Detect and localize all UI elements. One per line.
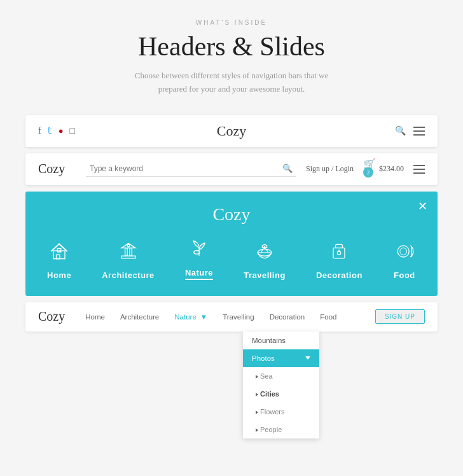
instagram-icon[interactable]: □ — [70, 126, 75, 136]
dropdown-item-flowers[interactable]: Flowers — [243, 403, 319, 421]
social-links: f 𝕥 ● □ — [38, 125, 167, 136]
nature-label: Nature — [185, 268, 213, 280]
nav1-brand: Cozy — [167, 123, 296, 139]
home-label: Home — [47, 270, 71, 280]
nav4-link-home[interactable]: Home — [78, 313, 113, 321]
chevron-down-icon-white — [305, 356, 310, 360]
nav3-item-decoration[interactable]: Decoration — [316, 240, 363, 280]
navbar-3: ✕ Cozy Home — [25, 192, 438, 296]
page-title: Headers & Slides — [13, 31, 450, 62]
chevron-right-cities — [256, 393, 258, 396]
chevron-right-people — [256, 428, 258, 432]
navbar-1: f 𝕥 ● □ Cozy 🔍 — [25, 115, 438, 147]
svg-rect-3 — [121, 256, 135, 258]
svg-rect-1 — [57, 255, 60, 258]
nav3-item-travelling[interactable]: Travelling — [244, 240, 286, 280]
architecture-icon — [117, 240, 140, 265]
nature-icon — [188, 237, 211, 263]
close-icon[interactable]: ✕ — [418, 199, 427, 213]
search-icon[interactable]: 🔍 — [395, 125, 406, 136]
cart-badge: 2 — [363, 167, 373, 178]
chevron-right-sea — [256, 375, 258, 379]
nav2-brand: Cozy — [38, 162, 76, 176]
hamburger-icon-2[interactable] — [413, 165, 425, 174]
decoration-label: Decoration — [316, 270, 363, 280]
travelling-label: Travelling — [244, 270, 286, 280]
nav4-link-decoration[interactable]: Decoration — [262, 313, 313, 321]
dropdown-item-people[interactable]: People — [243, 421, 319, 438]
nav4-dropdown-nature[interactable]: Nature ▼ — [167, 313, 215, 321]
nav3-item-food[interactable]: Food — [393, 240, 416, 280]
nav4-link-food[interactable]: Food — [312, 313, 344, 321]
search-input[interactable] — [90, 164, 279, 173]
decoration-icon — [328, 240, 350, 265]
nav4-link-architecture[interactable]: Architecture — [113, 313, 167, 321]
pinterest-icon[interactable]: ● — [59, 126, 64, 136]
architecture-label: Architecture — [102, 270, 155, 280]
svg-point-12 — [338, 251, 341, 255]
food-icon — [393, 240, 416, 265]
page-subtitle: Choose between different styles of navig… — [130, 69, 333, 96]
cart-area[interactable]: 🛒 2 $234.00 — [363, 158, 404, 180]
auth-links[interactable]: Sign up / Login — [306, 164, 354, 174]
svg-rect-2 — [57, 248, 60, 251]
signup-button[interactable]: SIGN UP — [375, 309, 425, 324]
svg-rect-5 — [129, 248, 132, 256]
nature-dropdown: Mountains Photos Sea Cities Flowers Peop… — [243, 332, 319, 438]
search-icon[interactable]: 🔍 — [282, 164, 293, 174]
nav3-item-architecture[interactable]: Architecture — [102, 240, 155, 280]
svg-rect-4 — [125, 248, 127, 256]
dropdown-item-photos[interactable]: Photos — [243, 349, 319, 367]
travelling-icon — [253, 240, 276, 265]
home-icon — [48, 240, 71, 265]
navbar-4: Cozy Home Architecture Nature ▼ Travelli… — [25, 302, 438, 332]
nav4-brand: Cozy — [38, 309, 65, 324]
chevron-down-icon: ▼ — [200, 313, 207, 321]
cart-amount: $234.00 — [379, 164, 404, 174]
nav3-item-home[interactable]: Home — [47, 240, 71, 280]
dropdown-item-mountains[interactable]: Mountains — [243, 332, 319, 349]
svg-rect-11 — [333, 248, 345, 258]
dropdown-item-sea[interactable]: Sea — [243, 367, 319, 385]
hamburger-icon[interactable] — [413, 127, 425, 136]
svg-point-15 — [400, 248, 407, 255]
navbar-2: Cozy 🔍 Sign up / Login 🛒 2 $234.00 — [25, 153, 438, 185]
svg-point-14 — [397, 246, 409, 257]
photos-label: Photos — [252, 354, 275, 362]
facebook-icon[interactable]: f — [38, 126, 41, 136]
nav4-link-travelling[interactable]: Travelling — [215, 313, 261, 321]
svg-point-6 — [127, 244, 130, 247]
food-label: Food — [394, 270, 415, 280]
search-bar: 🔍 — [86, 161, 296, 177]
eyebrow-label: WHAT'S INSIDE — [13, 19, 450, 26]
cart-icon: 🛒 2 — [363, 158, 376, 180]
dropdown-item-cities[interactable]: Cities — [243, 385, 319, 403]
nav3-brand: Cozy — [32, 204, 431, 225]
twitter-icon[interactable]: 𝕥 — [48, 125, 52, 136]
chevron-right-flowers — [256, 410, 258, 414]
nav3-item-nature[interactable]: Nature — [185, 237, 213, 280]
